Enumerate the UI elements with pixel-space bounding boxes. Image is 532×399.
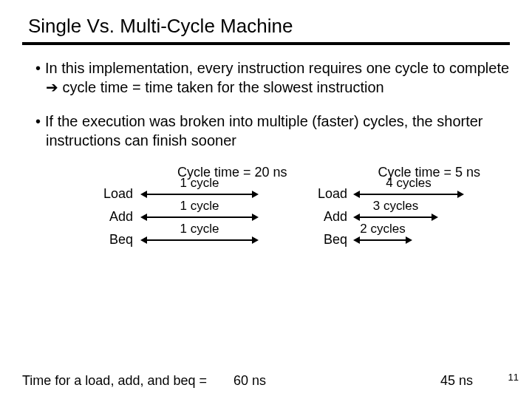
page-number: 11 [508,372,519,383]
footer-value-left: 60 ns [233,373,266,389]
row-beq: Beq 1 cycle Beq 2 cycles [22,232,510,248]
left-caption-beq: 1 cycle [140,222,259,236]
bullet-1: •In this implementation, every instructi… [35,58,510,97]
slide-title: Single Vs. Multi-Cycle Machine [28,15,510,38]
arrow-icon [353,212,438,222]
left-label-load: Load [22,186,140,202]
right-label-add: Add [310,209,353,225]
footer-text: Time for a load, add, and beq = [22,373,207,389]
row-add: Add 1 cycle Add 3 cycles [22,209,510,225]
footer-value-right: 45 ns [440,373,473,389]
arrow-icon [140,189,259,200]
arrow-icon [140,212,259,222]
arrow-icon [140,235,259,245]
right-caption-add: 3 cycles [353,199,438,214]
diagram: Cycle time = 20 ns Cycle time = 5 ns Loa… [22,165,510,248]
arrow-icon [353,189,464,200]
footer-line: Time for a load, add, and beq = 60 ns 45… [22,373,510,389]
right-label-beq: Beq [310,232,353,248]
right-label-load: Load [310,186,353,202]
right-caption-load: 4 cycles [353,176,464,191]
bullet-2: •If the execution was broken into multip… [35,112,510,150]
left-caption-add: 1 cycle [140,199,259,214]
right-caption-beq: 2 cycles [353,222,412,236]
title-rule [22,42,510,45]
arrow-icon [353,235,412,245]
left-label-add: Add [22,209,140,225]
left-label-beq: Beq [22,232,140,248]
left-caption-load: 1 cycle [140,176,259,191]
